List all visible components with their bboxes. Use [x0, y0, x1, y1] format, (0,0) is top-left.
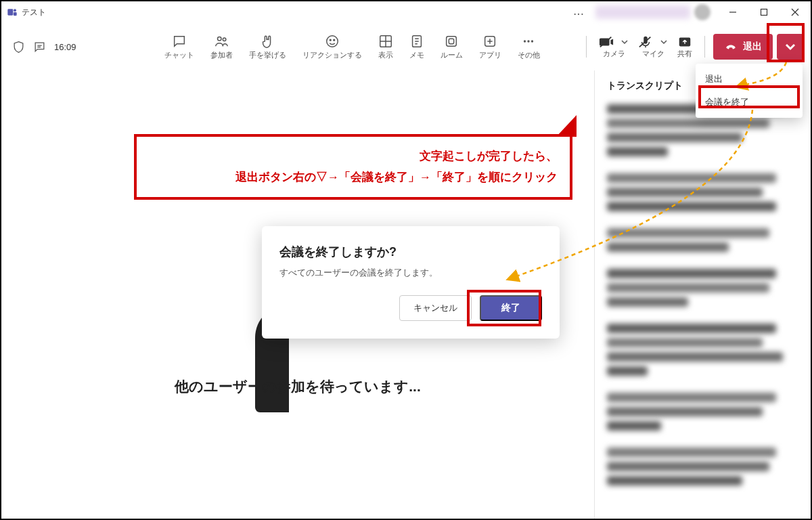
transcript-text-blur — [607, 202, 776, 211]
share-button[interactable]: 共有 — [673, 35, 696, 59]
shield-icon[interactable] — [12, 41, 25, 53]
transcript-text-blur — [607, 228, 769, 238]
transcript-text-blur — [607, 147, 668, 156]
transcript-text-blur — [607, 366, 648, 376]
end-meeting-option[interactable]: 会議を終了 — [696, 91, 803, 114]
transcript-text-blur — [607, 118, 769, 128]
window-titlebar: テスト ... — [1, 1, 811, 23]
window-close-button[interactable] — [780, 1, 811, 23]
transcript-text-blur — [607, 173, 776, 183]
dialog-title: 会議を終了しますか? — [279, 244, 542, 260]
leave-option[interactable]: 退出 — [696, 68, 803, 91]
transcript-text-blur — [607, 283, 769, 292]
svg-point-4 — [218, 37, 222, 41]
svg-rect-2 — [14, 12, 17, 16]
transcript-text-blur — [607, 188, 763, 197]
svg-point-6 — [326, 35, 338, 47]
transcript-text-blur — [607, 338, 763, 347]
meeting-time: 16:09 — [54, 42, 76, 52]
svg-point-15 — [527, 40, 529, 42]
transcript-text-blur — [607, 352, 783, 362]
svg-point-1 — [14, 9, 16, 12]
transcript-text-blur — [607, 407, 763, 416]
window-maximize-button[interactable] — [748, 1, 780, 23]
transcript-text-blur — [607, 393, 776, 402]
apps-button[interactable]: アプリ — [479, 34, 501, 60]
window-title: テスト — [22, 7, 46, 18]
mic-button[interactable]: マイク — [634, 35, 672, 59]
dialog-end-button[interactable]: 終了 — [480, 295, 542, 321]
leave-dropdown-button[interactable] — [777, 34, 804, 60]
transcript-text-blur — [607, 133, 742, 142]
svg-rect-12 — [449, 39, 453, 43]
dialog-cancel-button[interactable]: キャンセル — [399, 295, 472, 321]
end-meeting-dialog: 会議を終了しますか? すべてのユーザーの会議を終了します。 キャンセル 終了 — [262, 226, 560, 339]
svg-point-14 — [524, 40, 526, 42]
svg-rect-11 — [447, 36, 457, 46]
annotation-line2: 退出ボタン右の▽→「会議を終了」→「終了」を順にクリック — [149, 167, 558, 188]
user-avatar[interactable] — [694, 4, 710, 20]
transcript-text-blur — [607, 448, 776, 457]
chevron-down-icon — [784, 41, 796, 53]
window-minimize-button[interactable] — [717, 1, 748, 23]
masked-meeting-info — [595, 5, 690, 19]
svg-point-8 — [333, 39, 334, 41]
raise-hand-button[interactable]: 手を挙げる — [249, 34, 286, 60]
notes-button[interactable]: メモ — [409, 34, 424, 60]
svg-point-5 — [223, 37, 226, 41]
annotation-line1: 文字起こしが完了したら、 — [149, 146, 558, 167]
view-button[interactable]: 表示 — [378, 34, 393, 60]
transcript-text-blur — [607, 476, 742, 485]
annotation-callout: 文字起こしが完了したら、 退出ボタン右の▽→「会議を終了」→「終了」を順にクリッ… — [134, 134, 572, 200]
chevron-down-icon — [621, 38, 629, 46]
leave-dropdown-menu: 退出 会議を終了 — [696, 64, 803, 118]
teams-icon — [7, 7, 18, 18]
dialog-message: すべてのユーザーの会議を終了します。 — [279, 267, 542, 279]
svg-point-16 — [531, 40, 533, 42]
reactions-button[interactable]: リアクションする — [302, 34, 362, 60]
waiting-message: 他のユーザーの参加を待っています... — [175, 377, 421, 396]
titlebar-more[interactable]: ... — [574, 7, 585, 17]
meeting-toolbar: 16:09 チャット 参加者 手を挙げる リアクションする 表示 メモ ルーム … — [1, 23, 811, 70]
svg-rect-0 — [7, 9, 13, 15]
participants-button[interactable]: 参加者 — [210, 34, 233, 60]
chat-bubble-icon[interactable] — [33, 41, 46, 53]
transcript-panel: トランスクリプト — [594, 70, 811, 519]
hangup-icon — [724, 40, 738, 53]
transcript-text-blur — [607, 421, 661, 431]
transcript-text-blur — [607, 242, 729, 252]
room-button[interactable]: ルーム — [441, 34, 463, 60]
svg-rect-3 — [761, 9, 767, 16]
svg-point-7 — [330, 39, 331, 41]
transcript-text-blur — [607, 324, 776, 333]
transcript-text-blur — [607, 462, 769, 471]
camera-button[interactable]: カメラ — [595, 35, 633, 59]
more-button[interactable]: その他 — [518, 34, 540, 60]
chevron-down-icon — [660, 38, 668, 46]
transcript-text-blur — [607, 269, 776, 278]
transcript-text-blur — [607, 297, 688, 307]
chat-button[interactable]: チャット — [164, 34, 194, 60]
leave-button[interactable]: 退出 — [713, 34, 773, 60]
